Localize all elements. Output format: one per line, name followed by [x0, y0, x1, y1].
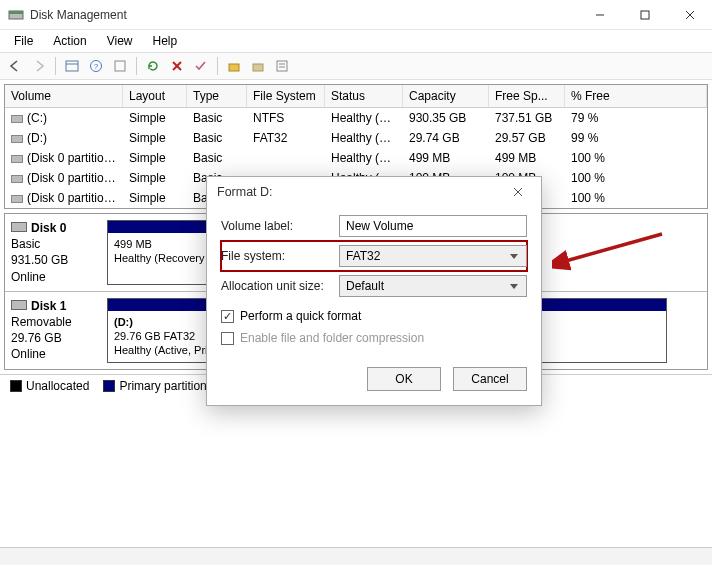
allocation-unit-select[interactable]: Default	[339, 275, 527, 297]
view-list-icon[interactable]	[61, 55, 83, 77]
dialog-titlebar: Format D:	[207, 177, 541, 207]
quick-format-row[interactable]: Perform a quick format	[221, 309, 527, 323]
drive-icon	[11, 195, 23, 203]
format-dialog: Format D: Volume label: File system: FAT…	[206, 176, 542, 406]
minimize-button[interactable]	[577, 0, 622, 30]
svg-rect-15	[277, 61, 287, 71]
drive-icon	[11, 135, 23, 143]
status-bar	[0, 547, 712, 565]
cancel-button[interactable]: Cancel	[453, 367, 527, 391]
col-capacity[interactable]: Capacity	[403, 85, 489, 107]
drive-icon	[11, 155, 23, 163]
menu-bar: File Action View Help	[0, 30, 712, 52]
compression-label: Enable file and folder compression	[240, 331, 424, 345]
svg-rect-6	[66, 61, 78, 71]
row-allocation-unit: Allocation unit size: Default	[221, 271, 527, 301]
svg-text:?: ?	[94, 62, 99, 71]
col-free[interactable]: Free Sp...	[489, 85, 565, 107]
table-row[interactable]: (C:)SimpleBasicNTFSHealthy (B...930.35 G…	[5, 108, 707, 128]
dialog-close-button[interactable]	[505, 181, 531, 203]
col-pct-free[interactable]: % Free	[565, 85, 707, 107]
compression-checkbox	[221, 332, 234, 345]
drive-icon	[11, 175, 23, 183]
check-icon[interactable]	[190, 55, 212, 77]
menu-file[interactable]: File	[6, 32, 41, 50]
toolbar-separator	[217, 57, 218, 75]
window-title: Disk Management	[30, 8, 577, 22]
table-row[interactable]: (D:)SimpleBasicFAT32Healthy (A...29.74 G…	[5, 128, 707, 148]
col-status[interactable]: Status	[325, 85, 403, 107]
refresh-icon[interactable]	[142, 55, 164, 77]
compression-row: Enable file and folder compression	[221, 331, 527, 345]
quick-format-checkbox[interactable]	[221, 310, 234, 323]
label-filesystem: File system:	[221, 249, 331, 263]
toolbar-separator	[55, 57, 56, 75]
disk-label: Disk 1Removable29.76 GBOnline	[11, 298, 101, 363]
menu-action[interactable]: Action	[45, 32, 94, 50]
svg-rect-3	[641, 11, 649, 19]
label-allocation-unit: Allocation unit size:	[221, 279, 331, 293]
row-file-system: File system: FAT32	[221, 241, 527, 271]
file-system-select[interactable]: FAT32	[339, 245, 527, 267]
svg-rect-13	[229, 64, 239, 71]
col-volume[interactable]: Volume	[5, 85, 123, 107]
settings-icon[interactable]	[109, 55, 131, 77]
swatch-black	[10, 380, 22, 392]
drive-icon	[11, 115, 23, 123]
delete-icon[interactable]	[166, 55, 188, 77]
close-button[interactable]	[667, 0, 712, 30]
quick-format-label: Perform a quick format	[240, 309, 361, 323]
svg-rect-1	[9, 11, 23, 14]
col-filesystem[interactable]: File System	[247, 85, 325, 107]
table-row[interactable]: (Disk 0 partition 1)SimpleBasicHealthy (…	[5, 148, 707, 168]
toolbar-separator	[136, 57, 137, 75]
title-bar: Disk Management	[0, 0, 712, 30]
disk-icon	[11, 300, 27, 310]
action2-icon[interactable]	[247, 55, 269, 77]
col-type[interactable]: Type	[187, 85, 247, 107]
toolbar: ?	[0, 52, 712, 80]
menu-view[interactable]: View	[99, 32, 141, 50]
swatch-blue	[103, 380, 115, 392]
col-layout[interactable]: Layout	[123, 85, 187, 107]
properties-icon[interactable]	[271, 55, 293, 77]
disk-icon	[11, 222, 27, 232]
app-icon	[8, 7, 24, 23]
label-volume: Volume label:	[221, 219, 331, 233]
volume-table-header: Volume Layout Type File System Status Ca…	[5, 85, 707, 108]
legend-primary: Primary partition	[103, 379, 206, 393]
legend-unallocated: Unallocated	[10, 379, 89, 393]
action1-icon[interactable]	[223, 55, 245, 77]
svg-rect-14	[253, 64, 263, 71]
help-icon[interactable]: ?	[85, 55, 107, 77]
row-volume-label: Volume label:	[221, 211, 527, 241]
back-button[interactable]	[4, 55, 26, 77]
svg-rect-10	[115, 61, 125, 71]
dialog-title: Format D:	[217, 185, 273, 199]
maximize-button[interactable]	[622, 0, 667, 30]
forward-button[interactable]	[28, 55, 50, 77]
disk-label: Disk 0Basic931.50 GBOnline	[11, 220, 101, 285]
volume-label-input[interactable]	[339, 215, 527, 237]
ok-button[interactable]: OK	[367, 367, 441, 391]
menu-help[interactable]: Help	[145, 32, 186, 50]
